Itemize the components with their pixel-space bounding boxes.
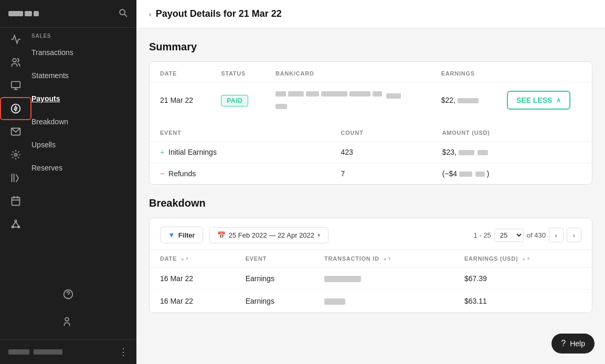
txid-redacted-1 <box>324 276 361 282</box>
main-content: ‹ Payout Details for 21 Mar 22 Summary D… <box>136 0 605 364</box>
earnings-redacted <box>458 98 479 103</box>
status-badge: PAID <box>221 95 248 106</box>
events-col-event: EVENT <box>150 122 330 142</box>
prev-page-button[interactable]: ‹ <box>549 228 564 242</box>
content-area: Summary DATE STATUS BANK/CARD EARNINGS 2… <box>136 28 605 338</box>
refund-close-paren: ) <box>487 169 490 178</box>
event-amount-text: $23, <box>442 148 457 156</box>
nav-icon-help[interactable] <box>52 283 84 306</box>
sidebar-bottom: ⋮ <box>0 339 136 364</box>
filter-controls: ▼ Filter 📅 25 Feb 2022 — 22 Apr 2022 ▾ <box>160 227 328 243</box>
col-bank: BANK/CARD <box>265 62 431 82</box>
page-size-select[interactable]: 25 50 100 <box>494 229 524 242</box>
date-chevron-icon: ▾ <box>317 232 321 239</box>
search-button[interactable] <box>118 7 128 20</box>
date-range-button[interactable]: 📅 25 Feb 2022 — 22 Apr 2022 ▾ <box>209 227 328 243</box>
back-arrow-icon: ‹ <box>149 10 152 18</box>
sidebar: SALES Transactions Statements Payouts Br… <box>0 0 136 364</box>
bd-col-event-label: EVENT <box>246 255 267 262</box>
minus-icon: − <box>160 169 164 178</box>
summary-section-title: Summary <box>149 41 592 53</box>
events-col-count: COUNT <box>330 122 431 142</box>
nav-icon-analytics[interactable] <box>0 28 31 51</box>
redacted-8 <box>275 104 287 109</box>
bd-col-earnings-label: EARNINGS (USD) <box>464 255 518 262</box>
svg-point-21 <box>65 318 69 322</box>
filter-label: Filter <box>178 231 195 239</box>
nav-icon-people[interactable] <box>0 51 31 74</box>
txid-redacted-2 <box>324 298 345 305</box>
logo-block-3 <box>34 11 39 16</box>
redacted-3 <box>306 91 319 97</box>
sidebar-item-statements[interactable]: Statements <box>31 64 136 87</box>
nav-icon-network[interactable] <box>0 212 31 235</box>
sidebar-item-reserves[interactable]: Reserves <box>31 156 136 179</box>
nav-icon-calendar[interactable] <box>0 189 31 212</box>
svg-point-20 <box>68 296 69 297</box>
user-name <box>34 349 62 355</box>
redacted-1 <box>275 91 286 97</box>
pagination-total: of 430 <box>527 231 546 239</box>
event-count-refunds: 7 <box>330 163 431 185</box>
see-less-button[interactable]: SEE LESS ∧ <box>507 91 570 110</box>
redacted-4 <box>321 91 347 97</box>
icon-rail <box>0 28 31 235</box>
bd-row-2-txid <box>314 290 454 313</box>
pagination-controls: 1 - 25 25 50 100 of 430 ‹ › <box>474 228 581 242</box>
sort-arrows-txid[interactable]: ▲▼ <box>383 257 392 261</box>
event-amount-initial: $23, <box>432 142 592 163</box>
nav-icon-users[interactable] <box>52 310 84 333</box>
sidebar-item-upsells[interactable]: Upsells <box>31 133 136 156</box>
sidebar-item-transactions[interactable]: Transactions <box>31 41 136 64</box>
chevron-up-icon: ∧ <box>556 97 561 104</box>
summary-row: 21 Mar 22 PAID <box>150 82 592 119</box>
nav-icon-mail[interactable] <box>0 120 31 143</box>
next-page-button[interactable]: › <box>567 228 581 242</box>
nav-group-label-sales: SALES <box>31 28 136 41</box>
search-icon <box>118 7 128 18</box>
help-circle-icon: ? <box>561 339 566 348</box>
bd-row-1-date: 16 Mar 22 <box>150 267 235 290</box>
svg-point-0 <box>13 59 16 62</box>
earnings-amount: $22, <box>441 96 455 104</box>
bd-row-2-date: 16 Mar 22 <box>150 290 235 313</box>
help-button[interactable]: ? Help <box>551 334 595 354</box>
event-amount-redacted-2 <box>477 150 488 155</box>
sidebar-item-breakdown[interactable]: Breakdown <box>31 110 136 133</box>
nav-icon-monitor[interactable] <box>0 74 31 97</box>
nav-icon-settings[interactable] <box>0 143 31 166</box>
logo <box>8 11 39 16</box>
bd-row-1-txid <box>314 267 454 290</box>
sidebar-item-payouts[interactable]: Payouts <box>31 87 136 110</box>
summary-card: DATE STATUS BANK/CARD EARNINGS 21 Mar 22… <box>149 61 592 185</box>
nav-icon-payouts[interactable] <box>0 97 31 120</box>
bd-row-2-event: Earnings <box>235 290 314 313</box>
bd-row-1-event: Earnings <box>235 267 314 290</box>
summary-status: PAID <box>210 82 265 119</box>
summary-table: DATE STATUS BANK/CARD EARNINGS 21 Mar 22… <box>150 62 592 118</box>
sidebar-more-button[interactable]: ⋮ <box>119 346 128 358</box>
col-status: STATUS <box>210 62 265 82</box>
bd-col-event: EVENT <box>235 250 314 267</box>
bd-col-date: DATE ▲▼ <box>150 250 235 267</box>
see-less-label: SEE LESS <box>516 96 552 104</box>
events-table: EVENT COUNT AMOUNT (USD) + Initial Earni… <box>150 122 592 184</box>
event-name-initial: + Initial Earnings <box>150 142 330 163</box>
sort-arrows-date[interactable]: ▲▼ <box>181 257 189 261</box>
event-row-refunds: − Refunds 7 (−$4 ) <box>150 163 592 185</box>
svg-line-17 <box>16 222 19 226</box>
filter-button[interactable]: ▼ Filter <box>160 227 203 243</box>
help-button-label: Help <box>570 339 585 348</box>
plus-icon: + <box>160 148 164 156</box>
calendar-icon: 📅 <box>217 231 226 239</box>
summary-action-cell: SEE LESS ∧ <box>496 82 592 119</box>
refund-amount-text: (−$4 <box>442 169 457 178</box>
nav-icon-library[interactable] <box>0 166 31 189</box>
sort-arrows-earnings[interactable]: ▲▼ <box>522 257 530 261</box>
col-earnings: EARNINGS <box>431 62 496 82</box>
nav-labels: SALES Transactions Statements Payouts Br… <box>31 28 136 235</box>
breakdown-card: ▼ Filter 📅 25 Feb 2022 — 22 Apr 2022 ▾ 1… <box>149 218 592 313</box>
breakdown-table: DATE ▲▼ EVENT TRANSACTION ID ▲▼ <box>150 250 592 313</box>
nav-section: SALES Transactions Statements Payouts Br… <box>0 28 136 235</box>
table-row: 16 Mar 22 Earnings $63.11 <box>150 290 592 313</box>
